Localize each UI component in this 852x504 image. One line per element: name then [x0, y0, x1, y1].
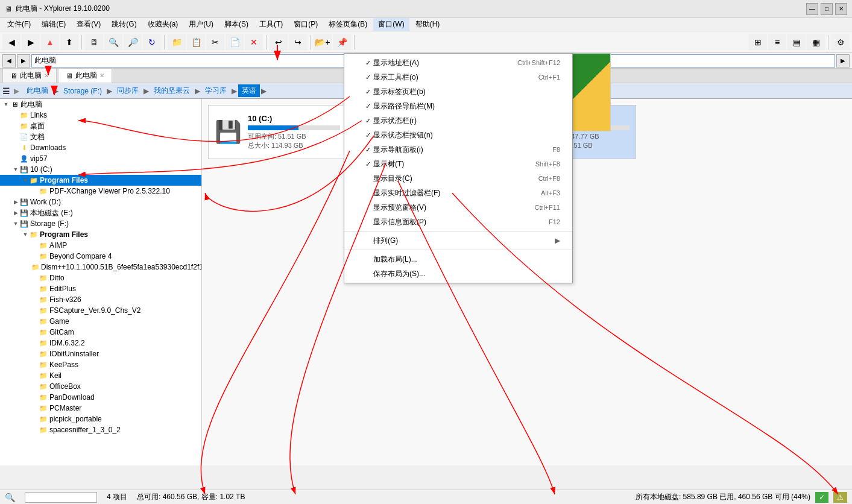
menu-save-layout[interactable]: ✓ 保存布局为(S)... [344, 266, 572, 281]
menu-show-tree[interactable]: ✓ 显示树(T) Shift+F8 [344, 157, 572, 171]
new-folder-btn[interactable]: 📂+ [314, 34, 332, 51]
tree-item-pandownload[interactable]: 📁 PanDownload [0, 392, 201, 403]
tree-item-vip57[interactable]: 👤 vip57 [0, 153, 201, 164]
menu-show-addressbar[interactable]: ✓ 显示地址栏(A) Ctrl+Shift+F12 [344, 55, 572, 70]
menu-goto[interactable]: 跳转(G) [107, 18, 141, 31]
tab2-close[interactable]: ✕ [99, 72, 104, 79]
tree-item-c[interactable]: ▼ 💾 10 (C:) [0, 164, 201, 175]
menu-tools[interactable]: 工具(T) [254, 18, 288, 31]
tree-item-dism[interactable]: 📁 Dism++10.1.1000.51B_6feef5fa1ea53930ec… [0, 262, 201, 272]
folder-button[interactable]: 📁 [168, 34, 186, 51]
copy-button[interactable]: 📋 [187, 34, 205, 51]
tree-item-computer[interactable]: ▼ 🖥 此电脑 [0, 99, 201, 110]
menu-show-tabbar[interactable]: ✓ 显示标签页栏(b) [344, 84, 572, 99]
tree-item-keepass[interactable]: 📁 KeePass [0, 359, 201, 370]
menu-edit[interactable]: 编辑(E) [37, 18, 71, 31]
menu-show-toolbar[interactable]: ✓ 显示工具栏(o) Ctrl+F1 [344, 70, 572, 84]
tree-item-f[interactable]: ▼ 💾 Storage (F:) [0, 218, 201, 229]
home-button[interactable]: 🖥 [85, 34, 103, 51]
tree-item-pcmaster[interactable]: 📁 PCMaster [0, 403, 201, 414]
menu-view[interactable]: 查看(V) [72, 18, 106, 31]
tree-item-iobit[interactable]: 📁 IObitUninstaller [0, 348, 201, 359]
tree-item-editplus[interactable]: 📁 EditPlus [0, 283, 201, 294]
tree-item-idm[interactable]: 📁 IDM.6.32.2 [0, 338, 201, 348]
view-btn2[interactable]: ≡ [768, 34, 786, 51]
find-button[interactable]: 🔍 [104, 34, 122, 51]
tree-item-beyondcompare[interactable]: 📁 Beyond Compare 4 [0, 251, 201, 262]
menu-arrange[interactable]: ✓ 排列(G) ▶ [344, 233, 572, 248]
path-english[interactable]: 英语 [238, 84, 260, 97]
menu-show-catalog[interactable]: ✓ 显示目录(C) Ctrl+F8 [344, 171, 572, 186]
menu-show-preview[interactable]: ✓ 显示预览窗格(V) Ctrl+F11 [344, 200, 572, 215]
menu-window-w[interactable]: 窗口(W) [373, 18, 409, 31]
minimize-button[interactable]: — [806, 3, 818, 15]
view-btn3[interactable]: ▤ [787, 34, 806, 51]
tree-item-d[interactable]: ▶ 💾 Work (D:) [0, 197, 201, 207]
addr-left-btn[interactable]: ◀ [2, 54, 16, 68]
menu-show-infopanel[interactable]: ✓ 显示信息面板(P) F12 [344, 215, 572, 229]
tree-item-fish[interactable]: 📁 Fish-v326 [0, 294, 201, 305]
search-button[interactable]: 🔎 [124, 34, 142, 51]
up-btn2[interactable]: ⬆ [60, 34, 78, 51]
pin-button[interactable]: 📌 [333, 34, 351, 51]
tree-item-officebox[interactable]: 📁 OfficeBox [0, 381, 201, 392]
tree-item-links[interactable]: 📁 Links [0, 110, 201, 121]
forward-button[interactable]: ▶ [22, 34, 40, 51]
refresh-button[interactable]: ↻ [143, 34, 161, 51]
tab-1[interactable]: 🖥 此电脑 ✕ [2, 68, 57, 83]
menu-script[interactable]: 脚本(S) [219, 18, 253, 31]
statusbar-search[interactable] [25, 492, 97, 503]
tree-item-keil[interactable]: 📁 Keil [0, 370, 201, 381]
view-btn4[interactable]: ▦ [807, 34, 825, 51]
tree-item-aimp[interactable]: 📁 AIMP [0, 240, 201, 251]
paste-button[interactable]: 📄 [226, 34, 244, 51]
addr-right-btn[interactable]: ▶ [17, 54, 30, 68]
menu-show-statusbar[interactable]: ✓ 显示状态栏(r) [344, 113, 572, 128]
tree-item-game[interactable]: 📁 Game [0, 316, 201, 327]
tree-item-ditto[interactable]: 📁 Ditto [0, 272, 201, 283]
addr-go-btn[interactable]: ▶ [836, 54, 850, 68]
tree-item-desktop[interactable]: 📁 桌面 [0, 121, 201, 131]
tree-item-downloads[interactable]: ⬇ Downloads [0, 142, 201, 153]
path-study[interactable]: 学习库 [201, 84, 230, 97]
up-button[interactable]: ▲ [41, 34, 59, 51]
path-nutstore[interactable]: 我的坚果云 [150, 84, 194, 97]
tab-2[interactable]: 🖥 此电脑 ✕ [58, 68, 112, 83]
menu-show-filter[interactable]: ✓ 显示实时过滤器栏(F) Alt+F3 [344, 186, 572, 200]
menu-show-pathbar[interactable]: ✓ 显示路径导航栏(M) [344, 99, 572, 113]
close-button[interactable]: ✕ [835, 3, 847, 15]
tree-item-e[interactable]: ▶ 💾 本地磁盘 (E:) [0, 207, 201, 218]
menu-show-statusbar-btns[interactable]: ✓ 显示状态栏按钮(n) [344, 128, 572, 142]
menu-help[interactable]: 帮助(H) [411, 18, 445, 31]
menu-show-navpanel[interactable]: ✓ 显示导航面板(i) F8 [344, 142, 572, 157]
tree-item-docs[interactable]: 📄 文档 [0, 131, 201, 142]
view-btn1[interactable]: ⊞ [749, 34, 767, 51]
menu-user[interactable]: 用户(U) [184, 18, 218, 31]
tree-item-programfiles-f[interactable]: ▼ 📁 Program Files [0, 229, 201, 240]
back-button[interactable]: ◀ [2, 34, 21, 51]
menu-file[interactable]: 文件(F) [2, 18, 36, 31]
path-sync[interactable]: 同步库 [113, 84, 142, 97]
maximize-button[interactable]: □ [821, 3, 833, 15]
path-computer[interactable]: 此电脑 [23, 84, 52, 97]
settings-btn[interactable]: ⚙ [831, 34, 850, 51]
menu-window-p[interactable]: 窗口(P) [289, 18, 323, 31]
tree-item-pdfxchange[interactable]: 📁 PDF-XChange Viewer Pro 2.5.322.10 [0, 186, 201, 197]
tab1-close[interactable]: ✕ [44, 72, 49, 79]
menu-load-layout[interactable]: ✓ 加载布局(L)... [344, 252, 572, 266]
drive-tile-c[interactable]: 💾 10 (C:) 可用空间: 51.51 GB 总大小: 114.93 GB [208, 105, 347, 159]
tree-item-programfiles-c[interactable]: ▼ 📁 Program Files [0, 175, 201, 186]
menu-favorites[interactable]: 收藏夹(a) [143, 18, 183, 31]
path-menu-icon[interactable]: ☰ [2, 86, 10, 96]
undo-button[interactable]: ↩ [270, 34, 288, 51]
menu-tabset[interactable]: 标签页集(B) [324, 18, 372, 31]
tree-item-gitcam[interactable]: 📁 GitCam [0, 327, 201, 338]
cut-button[interactable]: ✂ [206, 34, 224, 51]
delete-button[interactable]: ✕ [245, 34, 263, 51]
tree-item-picpick[interactable]: 📁 picpick_portable [0, 414, 201, 424]
tab1-icon: 🖥 [10, 72, 17, 80]
redo-button[interactable]: ↪ [289, 34, 307, 51]
tree-item-spacesniffer[interactable]: 📁 spacesniffer_1_3_0_2 [0, 424, 201, 435]
tree-item-fscapture[interactable]: 📁 FSCapture_Ver.9.0_Chs_V2 [0, 305, 201, 316]
path-storage[interactable]: Storage (F:) [60, 86, 106, 96]
